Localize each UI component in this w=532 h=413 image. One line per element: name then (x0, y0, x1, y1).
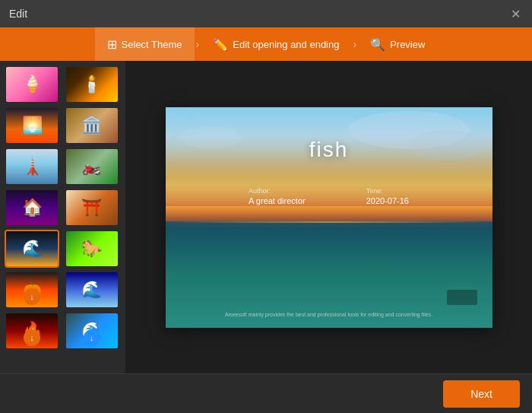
thumbnail-13-bg: 🔥 ↓ (6, 313, 58, 348)
step-edit-opening-label: Edit opening and ending (233, 39, 339, 50)
badge-11: ↓ (24, 288, 40, 305)
thumbnail-1-bg: 🍦 (6, 67, 58, 102)
svg-point-2 (181, 125, 242, 148)
slide-meta: Author: A great director Time: 2020-07-1… (166, 187, 492, 205)
edit-icon: ✏️ (213, 37, 228, 52)
step-preview[interactable]: 🔍 Preview (358, 27, 437, 61)
step-select-theme[interactable]: ⊞ Select Theme (95, 27, 195, 61)
thumbnail-7-bg: 🏠 (6, 190, 58, 225)
slide-footer: Aiseesoft mainly provides the best and p… (166, 312, 492, 317)
thumbnail-14[interactable]: 🌊 ↓ (65, 312, 119, 350)
thumbnail-2-bg: 🕯️ (66, 67, 118, 102)
main-content: 🍦 🕯️ 🌅 🏛️ 🗼 🏍️ (0, 61, 532, 373)
thumbnail-12-bg: 🌊 (66, 272, 118, 307)
bottom-bar: Next (0, 373, 532, 413)
thumbnail-4[interactable]: 🏛️ (65, 106, 119, 145)
thumbnail-11[interactable]: 🎃 ↓ (5, 271, 59, 309)
thumbnail-7[interactable]: 🏠 (5, 189, 59, 227)
horizon-line (166, 221, 492, 223)
slide-title: fish (309, 138, 349, 162)
step-arrow-1: › (196, 38, 200, 50)
thumbnail-3[interactable]: 🌅 (5, 106, 59, 145)
thumbnail-6[interactable]: 🏍️ (65, 148, 119, 186)
step-edit-opening[interactable]: ✏️ Edit opening and ending (201, 27, 351, 61)
svg-point-1 (409, 129, 485, 160)
thumbnail-3-bg: 🌅 (6, 108, 58, 143)
author-block: Author: A great director (249, 187, 306, 205)
preview-slide: fish Author: A great director Time: 2020… (166, 107, 492, 328)
thumbnail-10-bg: 🐎 (66, 231, 118, 266)
author-value: A great director (249, 196, 306, 205)
thumbnail-9-bg: 🌊 (6, 231, 58, 266)
thumbnail-4-bg: 🏛️ (66, 108, 118, 143)
slide-background: fish Author: A great director Time: 2020… (166, 107, 492, 328)
thumbnail-8-bg: ⛩️ (66, 190, 118, 225)
thumbnail-12[interactable]: 🌊 (65, 271, 119, 309)
thumbnail-14-bg: 🌊 ↓ (66, 313, 118, 348)
window-title: Edit (9, 8, 27, 20)
close-button[interactable]: ✕ (508, 6, 523, 21)
thumbnail-11-bg: 🎃 ↓ (6, 272, 58, 307)
preview-panel: fish Author: A great director Time: 2020… (125, 61, 532, 373)
next-button[interactable]: Next (443, 380, 520, 408)
thumbnail-8[interactable]: ⛩️ (65, 189, 119, 227)
author-label: Author: (249, 187, 271, 195)
step-preview-label: Preview (390, 39, 425, 50)
thumbnail-10[interactable]: 🐎 (65, 230, 119, 268)
badge-14: ↓ (84, 329, 100, 346)
thumbnail-5-bg: 🗼 (6, 149, 58, 184)
thumbnail-1[interactable]: 🍦 (5, 65, 59, 103)
thumbnail-13[interactable]: 🔥 ↓ (5, 312, 59, 350)
time-label: Time: (366, 187, 383, 195)
time-block: Time: 2020-07-16 (366, 187, 409, 205)
step-arrow-2: › (353, 38, 356, 50)
thumbnail-9[interactable]: 🌊 (5, 230, 59, 268)
preview-icon: 🔍 (370, 37, 385, 52)
theme-icon: ⊞ (107, 37, 117, 52)
thumbnail-panel: 🍦 🕯️ 🌅 🏛️ 🗼 🏍️ (0, 61, 125, 373)
thumbnail-6-bg: 🏍️ (66, 149, 118, 184)
thumbnail-5[interactable]: 🗼 (5, 148, 59, 186)
steps-bar: ⊞ Select Theme › ✏️ Edit opening and end… (0, 27, 532, 61)
badge-13: ↓ (24, 329, 40, 346)
time-value: 2020-07-16 (366, 196, 409, 205)
step-select-theme-label: Select Theme (122, 39, 182, 50)
thumbnail-2[interactable]: 🕯️ (65, 65, 119, 103)
title-bar: Edit ✕ (0, 0, 532, 27)
